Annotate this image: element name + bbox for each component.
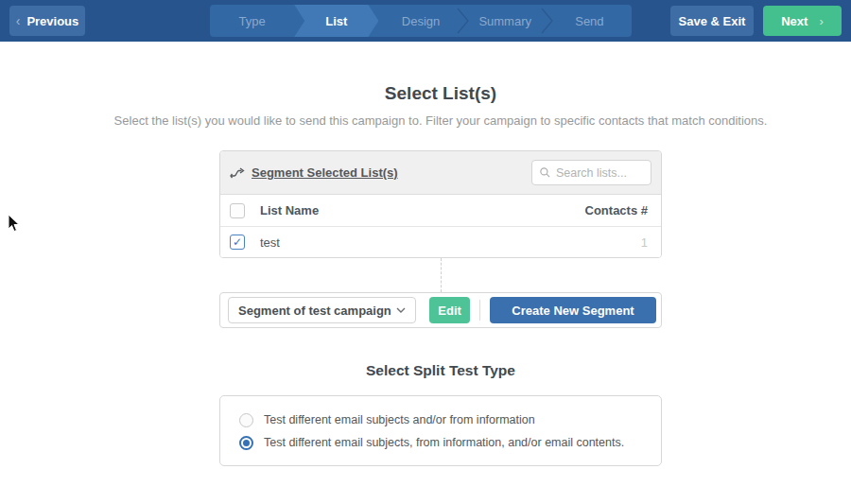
step-summary-label: Summary	[478, 14, 531, 28]
next-label: Next	[781, 14, 808, 28]
list-row-name: test	[260, 235, 280, 250]
radio-selected-icon[interactable]	[239, 436, 253, 450]
split-option-label: Test different email subjects and/or fro…	[264, 413, 535, 426]
split-option-subjects-from[interactable]: Test different email subjects and/or fro…	[239, 408, 661, 431]
step-list[interactable]: List	[294, 5, 378, 37]
column-list-name: List Name	[260, 203, 319, 217]
select-all-checkbox[interactable]	[230, 203, 245, 218]
main-content: Select List(s) Select the list(s) you wo…	[15, 83, 851, 466]
search-lists-box[interactable]	[531, 160, 651, 185]
list-selection-panel: Segment Selected List(s) List Name Conta…	[219, 150, 662, 258]
column-contacts: Contacts #	[585, 203, 648, 217]
edit-segment-button[interactable]: Edit	[429, 297, 470, 323]
page-title: Select List(s)	[15, 83, 851, 104]
step-type[interactable]: Type	[210, 5, 294, 37]
vertical-divider	[479, 300, 480, 321]
split-test-title: Select Split Test Type	[15, 362, 851, 379]
chevron-down-icon	[396, 307, 406, 313]
step-design-label: Design	[402, 14, 440, 28]
list-row-checkbox[interactable]: ✓	[230, 235, 245, 250]
previous-label: Previous	[26, 14, 78, 28]
search-lists-input[interactable]	[556, 166, 643, 180]
step-send[interactable]: Send	[547, 5, 632, 37]
radio-unselected-icon[interactable]	[239, 413, 253, 427]
chevron-right-icon: ›	[819, 14, 823, 28]
split-option-subjects-from-contents[interactable]: Test different email subjects, from info…	[239, 431, 661, 454]
search-icon	[540, 166, 550, 179]
chevron-left-icon: ‹	[16, 13, 21, 28]
save-exit-button[interactable]: Save & Exit	[670, 6, 754, 36]
split-test-panel: Test different email subjects and/or fro…	[219, 395, 662, 466]
page-subtitle: Select the list(s) you would like to sen…	[15, 113, 851, 128]
list-row-contacts: 1	[641, 235, 648, 250]
wizard-steps: Type List Design Summary Send	[210, 5, 632, 37]
step-send-label: Send	[575, 14, 603, 28]
create-new-segment-button[interactable]: Create New Segment	[490, 297, 656, 323]
list-table-header: List Name Contacts #	[220, 195, 661, 227]
step-summary[interactable]: Summary	[463, 5, 547, 37]
list-panel-header: Segment Selected List(s)	[220, 151, 661, 195]
segment-select-value: Segment of test campaign	[238, 304, 391, 318]
segment-selected-lists-link[interactable]: Segment Selected List(s)	[230, 165, 398, 180]
segment-link-label: Segment Selected List(s)	[252, 165, 398, 180]
step-list-label: List	[325, 14, 347, 28]
segment-branch-icon	[230, 166, 245, 179]
segment-select[interactable]: Segment of test campaign	[228, 297, 416, 323]
wizard-topbar: ‹ Previous Type List Design Summary Send…	[0, 0, 851, 42]
next-button[interactable]: Next ›	[763, 6, 842, 36]
segment-bar: Segment of test campaign Edit Create New…	[219, 292, 662, 328]
step-design[interactable]: Design	[378, 5, 462, 37]
step-type-label: Type	[239, 14, 266, 28]
list-row[interactable]: ✓ test 1	[220, 227, 661, 257]
segment-connector-line	[441, 258, 442, 292]
previous-button[interactable]: ‹ Previous	[9, 6, 85, 36]
split-option-label: Test different email subjects, from info…	[264, 436, 624, 449]
check-icon: ✓	[233, 236, 242, 248]
